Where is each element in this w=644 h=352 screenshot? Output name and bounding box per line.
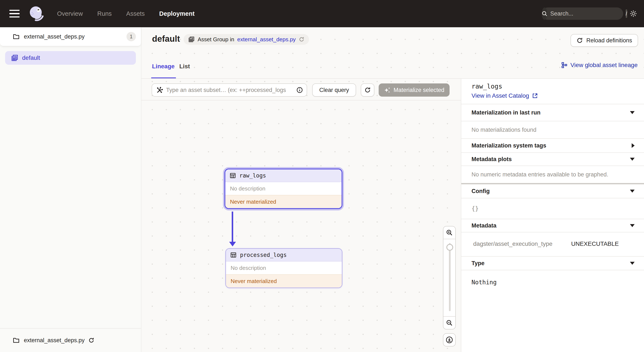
materialize-selected-button[interactable]: Materialize selected — [379, 83, 450, 97]
footer-module-label: external_asset_deps.py — [24, 337, 84, 344]
asset-node-raw-logs[interactable]: raw_logs No description Never materializ… — [224, 169, 342, 209]
table-icon — [230, 252, 236, 258]
section-type[interactable]: Type — [461, 257, 644, 270]
zoom-out-button[interactable] — [444, 316, 455, 329]
refresh-graph-button[interactable] — [361, 83, 374, 97]
menu-icon[interactable] — [9, 10, 20, 17]
chevron-down-icon — [630, 190, 635, 193]
clear-query-label: Clear query — [319, 87, 349, 93]
metadata-key: dagster/asset_execution_type — [473, 241, 552, 247]
module-count-badge: 1 — [126, 32, 136, 41]
view-in-asset-catalog-label: View in Asset Catalog — [472, 92, 529, 99]
zoom-in-button[interactable] — [444, 226, 455, 239]
section-label: Materialization in last run — [472, 109, 540, 116]
panel-asset-title: raw_logs — [461, 79, 644, 91]
global-search[interactable]: / — [542, 7, 623, 20]
zoom-in-icon — [446, 229, 453, 236]
section-label: Metadata plots — [472, 156, 512, 163]
section-label: Type — [472, 260, 484, 267]
search-input[interactable] — [547, 10, 626, 17]
asset-details-panel: raw_logs View in Asset Catalog Materiali… — [461, 79, 644, 352]
section-label: Metadata — [472, 222, 496, 229]
tag-prefix: Asset Group in — [198, 36, 234, 43]
dagster-logo-icon[interactable] — [27, 4, 46, 23]
asset-node-processed-logs[interactable]: processed_logs No description Never mate… — [225, 248, 342, 288]
asset-node-header: raw_logs — [225, 169, 342, 182]
nav-item-deployment[interactable]: Deployment — [159, 10, 195, 17]
chevron-down-icon — [630, 158, 635, 161]
asset-group-icon — [11, 54, 18, 61]
nav-item-assets[interactable]: Assets — [126, 10, 145, 17]
view-in-asset-catalog-link[interactable]: View in Asset Catalog — [472, 91, 538, 100]
folder-icon — [13, 33, 20, 40]
main-content: default Asset Group in external_asset_de… — [142, 27, 644, 352]
config-value: {} — [461, 198, 644, 219]
op-selector-icon — [156, 86, 163, 94]
asset-group-icon — [188, 36, 195, 42]
sidebar-item-label: default — [22, 54, 40, 61]
asset-subset-input[interactable] — [166, 87, 294, 93]
zoom-controls — [443, 226, 456, 330]
metadata-plots-empty-text: No numeric metadata entries available to… — [461, 166, 644, 183]
module-label: external_asset_deps.py — [24, 33, 84, 40]
reload-definitions-label: Reload definitions — [586, 37, 632, 44]
download-graph-button[interactable] — [443, 333, 456, 347]
view-global-asset-lineage-link[interactable]: View global asset lineage — [561, 62, 638, 68]
zoom-slider-handle[interactable] — [446, 244, 453, 251]
sidebar-module-row[interactable]: external_asset_deps.py 1 — [0, 27, 141, 46]
sidebar: external_asset_deps.py 1 default externa… — [0, 27, 142, 352]
sidebar-item-default[interactable]: default — [5, 51, 136, 65]
nav-item-overview[interactable]: Overview — [57, 10, 83, 17]
folder-icon — [13, 337, 20, 344]
table-icon — [230, 172, 236, 179]
asset-group-tag: Asset Group in external_asset_deps.py — [184, 34, 309, 45]
section-label: Materialization system tags — [472, 142, 546, 149]
zoom-slider[interactable] — [444, 239, 455, 316]
section-materialization-last-run[interactable]: Materialization in last run — [461, 104, 644, 121]
tag-module-link[interactable]: external_asset_deps.py — [237, 36, 296, 43]
panel-sections: Materialization in last run No materiali… — [461, 104, 644, 294]
sparkle-icon — [384, 87, 390, 93]
chevron-down-icon — [630, 224, 635, 227]
search-icon — [542, 7, 547, 20]
section-materialization-system-tags[interactable]: Materialization system tags — [461, 139, 644, 153]
reload-definitions-button[interactable]: Reload definitions — [570, 34, 638, 47]
top-nav: Overview Runs Assets Deployment / — [0, 0, 644, 27]
asset-description: No description — [225, 182, 342, 195]
refresh-icon[interactable] — [299, 37, 304, 42]
asset-subset-query[interactable] — [152, 83, 307, 97]
toolbar-divider — [142, 100, 461, 100]
materialize-selected-label: Materialize selected — [394, 87, 444, 93]
zoom-out-icon — [446, 320, 453, 326]
clear-query-button[interactable]: Clear query — [312, 83, 356, 97]
section-metadata[interactable]: Metadata — [461, 219, 644, 232]
sidebar-footer: external_asset_deps.py — [0, 328, 141, 352]
metadata-row: dagster/asset_execution_type UNEXECUTABL… — [461, 232, 644, 257]
type-value: Nothing — [461, 270, 644, 294]
info-icon[interactable] — [296, 87, 303, 93]
metadata-value: UNEXECUTABLE — [571, 241, 619, 247]
zoom-slider-track[interactable] — [449, 243, 451, 311]
refresh-icon[interactable] — [88, 337, 94, 343]
search-shortcut-key: / — [626, 9, 627, 18]
lineage-edge — [232, 212, 233, 242]
asset-node-header: processed_logs — [226, 249, 342, 262]
tab-list[interactable]: List — [179, 63, 190, 70]
chevron-down-icon — [630, 111, 635, 114]
external-link-icon — [532, 93, 538, 99]
last-run-empty-text: No materializations found — [461, 121, 644, 139]
asset-status-badge: Never materialized — [225, 195, 342, 208]
section-metadata-plots[interactable]: Metadata plots — [461, 153, 644, 166]
nav-item-runs[interactable]: Runs — [97, 10, 112, 17]
tab-lineage[interactable]: Lineage — [152, 63, 175, 70]
dagster-app: Overview Runs Assets Deployment / extern… — [0, 0, 644, 352]
asset-description: No description — [226, 262, 342, 274]
chevron-down-icon — [630, 262, 635, 265]
download-icon — [446, 336, 453, 344]
section-config[interactable]: Config — [461, 184, 644, 198]
lineage-graph-icon — [561, 62, 568, 68]
gear-icon[interactable] — [630, 10, 637, 17]
asset-status-badge: Never materialized — [226, 274, 342, 288]
asset-name: raw_logs — [239, 172, 266, 179]
page-title: default — [152, 34, 180, 44]
